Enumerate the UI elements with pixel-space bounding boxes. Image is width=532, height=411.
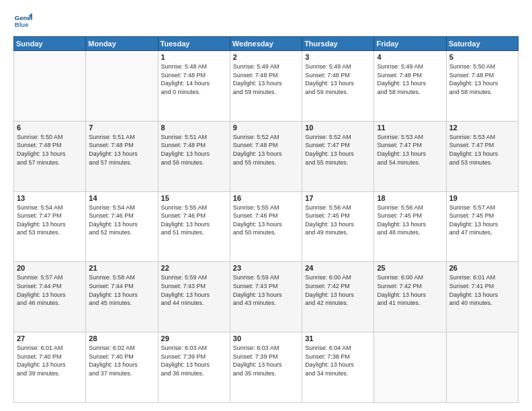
calendar-cell: 21Sunrise: 5:58 AM Sunset: 7:44 PM Dayli…: [86, 262, 158, 332]
day-number: 3: [305, 53, 371, 61]
calendar-cell: 8Sunrise: 5:51 AM Sunset: 7:48 PM Daylig…: [158, 121, 230, 191]
day-number: 19: [449, 194, 515, 202]
calendar-cell: 24Sunrise: 6:00 AM Sunset: 7:42 PM Dayli…: [302, 262, 374, 332]
calendar-cell: 5Sunrise: 5:50 AM Sunset: 7:48 PM Daylig…: [446, 51, 518, 122]
day-info: Sunrise: 5:51 AM Sunset: 7:48 PM Dayligh…: [161, 133, 227, 167]
day-number: 24: [305, 264, 371, 272]
calendar-cell: [14, 51, 86, 122]
day-info: Sunrise: 5:48 AM Sunset: 7:48 PM Dayligh…: [161, 62, 227, 96]
calendar-cell: 19Sunrise: 5:57 AM Sunset: 7:45 PM Dayli…: [446, 191, 518, 262]
calendar-cell: 18Sunrise: 5:56 AM Sunset: 7:45 PM Dayli…: [374, 191, 446, 262]
day-number: 18: [377, 194, 443, 202]
calendar-cell: 29Sunrise: 6:03 AM Sunset: 7:39 PM Dayli…: [158, 332, 230, 403]
day-number: 10: [305, 124, 371, 132]
day-info: Sunrise: 5:57 AM Sunset: 7:45 PM Dayligh…: [449, 203, 515, 237]
logo: General Blue: [13, 11, 32, 30]
calendar-cell: 23Sunrise: 5:59 AM Sunset: 7:43 PM Dayli…: [230, 262, 302, 332]
calendar-cell: 22Sunrise: 5:59 AM Sunset: 7:43 PM Dayli…: [158, 262, 230, 332]
calendar-cell: 14Sunrise: 5:54 AM Sunset: 7:46 PM Dayli…: [86, 191, 158, 262]
day-info: Sunrise: 6:03 AM Sunset: 7:39 PM Dayligh…: [233, 344, 299, 377]
day-info: Sunrise: 5:56 AM Sunset: 7:45 PM Dayligh…: [377, 203, 443, 237]
weekday-header-friday: Friday: [374, 37, 446, 51]
calendar-cell: 9Sunrise: 5:52 AM Sunset: 7:48 PM Daylig…: [230, 121, 302, 191]
day-info: Sunrise: 5:51 AM Sunset: 7:48 PM Dayligh…: [89, 133, 154, 167]
day-number: 17: [305, 194, 371, 202]
calendar-cell: 16Sunrise: 5:55 AM Sunset: 7:46 PM Dayli…: [230, 191, 302, 262]
calendar-cell: 13Sunrise: 5:54 AM Sunset: 7:47 PM Dayli…: [14, 191, 86, 262]
day-number: 27: [17, 334, 83, 342]
day-number: 13: [17, 194, 83, 202]
day-info: Sunrise: 5:59 AM Sunset: 7:43 PM Dayligh…: [161, 273, 227, 307]
day-info: Sunrise: 5:50 AM Sunset: 7:48 PM Dayligh…: [449, 62, 515, 96]
day-number: 6: [17, 124, 83, 132]
day-number: 11: [377, 124, 443, 132]
day-number: 25: [377, 264, 443, 272]
day-number: 21: [89, 264, 154, 272]
calendar-cell: 2Sunrise: 5:49 AM Sunset: 7:48 PM Daylig…: [230, 51, 302, 122]
day-info: Sunrise: 5:56 AM Sunset: 7:45 PM Dayligh…: [305, 203, 371, 237]
calendar-cell: [374, 332, 446, 403]
day-info: Sunrise: 6:04 AM Sunset: 7:38 PM Dayligh…: [305, 344, 371, 377]
day-info: Sunrise: 5:53 AM Sunset: 7:47 PM Dayligh…: [377, 133, 443, 167]
weekday-header-tuesday: Tuesday: [158, 37, 230, 51]
calendar-cell: 27Sunrise: 6:01 AM Sunset: 7:40 PM Dayli…: [14, 332, 86, 403]
weekday-header-thursday: Thursday: [302, 37, 374, 51]
calendar-cell: 28Sunrise: 6:02 AM Sunset: 7:40 PM Dayli…: [86, 332, 158, 403]
svg-text:Blue: Blue: [15, 21, 29, 28]
day-info: Sunrise: 5:53 AM Sunset: 7:47 PM Dayligh…: [449, 133, 515, 167]
day-number: 7: [89, 124, 154, 132]
calendar-cell: 26Sunrise: 6:01 AM Sunset: 7:41 PM Dayli…: [446, 262, 518, 332]
calendar-cell: [446, 332, 518, 403]
calendar-cell: 4Sunrise: 5:49 AM Sunset: 7:48 PM Daylig…: [374, 51, 446, 122]
day-info: Sunrise: 5:58 AM Sunset: 7:44 PM Dayligh…: [89, 273, 154, 307]
day-info: Sunrise: 5:49 AM Sunset: 7:48 PM Dayligh…: [377, 62, 443, 96]
day-number: 28: [89, 334, 154, 342]
weekday-header-wednesday: Wednesday: [230, 37, 302, 51]
day-number: 15: [161, 194, 227, 202]
calendar-cell: 7Sunrise: 5:51 AM Sunset: 7:48 PM Daylig…: [86, 121, 158, 191]
day-info: Sunrise: 6:00 AM Sunset: 7:42 PM Dayligh…: [377, 273, 443, 307]
calendar-cell: 25Sunrise: 6:00 AM Sunset: 7:42 PM Dayli…: [374, 262, 446, 332]
weekday-header-monday: Monday: [86, 37, 158, 51]
calendar-cell: 12Sunrise: 5:53 AM Sunset: 7:47 PM Dayli…: [446, 121, 518, 191]
day-number: 2: [233, 53, 299, 61]
day-number: 16: [233, 194, 299, 202]
day-info: Sunrise: 5:57 AM Sunset: 7:44 PM Dayligh…: [17, 273, 83, 307]
day-info: Sunrise: 6:00 AM Sunset: 7:42 PM Dayligh…: [305, 273, 371, 307]
day-number: 31: [305, 334, 371, 342]
day-number: 4: [377, 53, 443, 61]
day-number: 26: [449, 264, 515, 272]
calendar-table: SundayMondayTuesdayWednesdayThursdayFrid…: [13, 36, 519, 403]
calendar-cell: 30Sunrise: 6:03 AM Sunset: 7:39 PM Dayli…: [230, 332, 302, 403]
calendar-cell: 20Sunrise: 5:57 AM Sunset: 7:44 PM Dayli…: [14, 262, 86, 332]
day-info: Sunrise: 5:52 AM Sunset: 7:47 PM Dayligh…: [305, 133, 371, 167]
calendar-cell: 31Sunrise: 6:04 AM Sunset: 7:38 PM Dayli…: [302, 332, 374, 403]
day-info: Sunrise: 5:55 AM Sunset: 7:46 PM Dayligh…: [233, 203, 299, 237]
day-info: Sunrise: 5:54 AM Sunset: 7:46 PM Dayligh…: [89, 203, 154, 237]
day-info: Sunrise: 6:03 AM Sunset: 7:39 PM Dayligh…: [161, 344, 227, 377]
day-info: Sunrise: 5:59 AM Sunset: 7:43 PM Dayligh…: [233, 273, 299, 307]
day-number: 12: [449, 124, 515, 132]
day-info: Sunrise: 5:52 AM Sunset: 7:48 PM Dayligh…: [233, 133, 299, 167]
calendar-cell: 11Sunrise: 5:53 AM Sunset: 7:47 PM Dayli…: [374, 121, 446, 191]
day-number: 5: [449, 53, 515, 61]
day-number: 20: [17, 264, 83, 272]
day-info: Sunrise: 5:49 AM Sunset: 7:48 PM Dayligh…: [233, 62, 299, 96]
calendar-cell: 1Sunrise: 5:48 AM Sunset: 7:48 PM Daylig…: [158, 51, 230, 122]
day-info: Sunrise: 6:02 AM Sunset: 7:40 PM Dayligh…: [89, 344, 154, 377]
calendar-cell: 6Sunrise: 5:50 AM Sunset: 7:48 PM Daylig…: [14, 121, 86, 191]
day-info: Sunrise: 5:54 AM Sunset: 7:47 PM Dayligh…: [17, 203, 83, 237]
day-info: Sunrise: 6:01 AM Sunset: 7:40 PM Dayligh…: [17, 344, 83, 377]
day-number: 14: [89, 194, 154, 202]
calendar-cell: 17Sunrise: 5:56 AM Sunset: 7:45 PM Dayli…: [302, 191, 374, 262]
day-number: 9: [233, 124, 299, 132]
day-info: Sunrise: 5:50 AM Sunset: 7:48 PM Dayligh…: [17, 133, 83, 167]
day-number: 30: [233, 334, 299, 342]
calendar-cell: 10Sunrise: 5:52 AM Sunset: 7:47 PM Dayli…: [302, 121, 374, 191]
day-number: 22: [161, 264, 227, 272]
calendar-cell: [86, 51, 158, 122]
calendar-cell: 3Sunrise: 5:49 AM Sunset: 7:48 PM Daylig…: [302, 51, 374, 122]
day-info: Sunrise: 5:55 AM Sunset: 7:46 PM Dayligh…: [161, 203, 227, 237]
calendar-cell: 15Sunrise: 5:55 AM Sunset: 7:46 PM Dayli…: [158, 191, 230, 262]
day-info: Sunrise: 5:49 AM Sunset: 7:48 PM Dayligh…: [305, 62, 371, 96]
